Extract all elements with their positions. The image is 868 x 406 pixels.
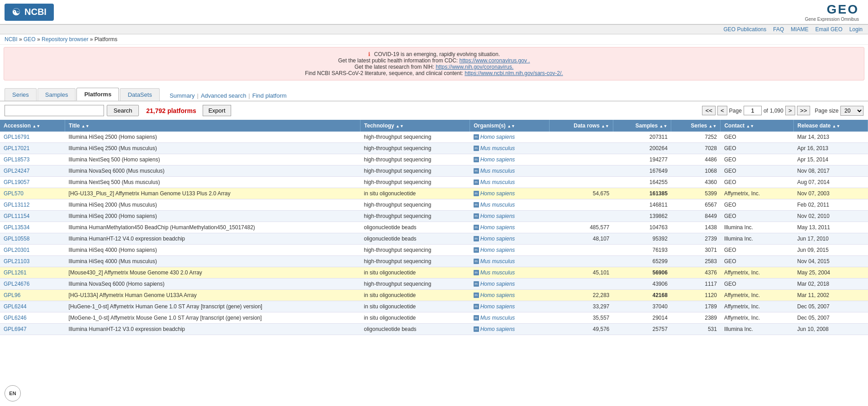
tab-series[interactable]: Series	[5, 88, 37, 101]
tab-link-find-platform[interactable]: Find platform	[252, 92, 287, 99]
accession-link[interactable]: GPL24676	[4, 281, 29, 287]
organism-link[interactable]: Mus musculus	[480, 179, 515, 185]
col-header-series[interactable]: Series ▲▼	[671, 120, 721, 132]
accession-link[interactable]: GPL6244	[4, 303, 27, 310]
cell-accession: GPL17021	[0, 143, 65, 154]
tab-datasets[interactable]: DataSets	[120, 88, 159, 101]
page-input[interactable]	[744, 106, 762, 115]
cell-series: 4486	[671, 154, 721, 165]
cell-series: 1789	[671, 301, 721, 312]
organism-link[interactable]: Homo sapiens	[480, 134, 515, 140]
covid-cdc-link[interactable]: https://www.coronavirus.gov .	[460, 57, 530, 64]
covid-line4-prefix: Find NCBI SARS-CoV-2 literature, sequenc…	[305, 70, 465, 76]
accession-link[interactable]: GPL18573	[4, 156, 29, 163]
accession-link[interactable]: GPL6246	[4, 315, 27, 321]
accession-link[interactable]: GPL13534	[4, 224, 29, 231]
breadcrumb-repository[interactable]: Repository browser	[42, 36, 88, 42]
col-header-contact[interactable]: Contact ▲▼	[721, 120, 794, 132]
nav-faq[interactable]: FAQ	[773, 26, 784, 33]
col-header-samples[interactable]: Samples ▲▼	[613, 120, 671, 132]
cell-organism: m Homo sapiens	[470, 290, 550, 301]
cell-datarows: 35,557	[550, 312, 613, 324]
col-header-technology[interactable]: Technology ▲▼	[360, 120, 470, 132]
accession-link[interactable]: GPL6947	[4, 326, 27, 332]
tab-link-advanced[interactable]: Advanced search	[201, 92, 246, 99]
organism-link[interactable]: Mus musculus	[480, 258, 515, 264]
cell-datarows: 45,101	[550, 267, 613, 279]
organism-link[interactable]: Homo sapiens	[480, 303, 515, 310]
col-header-accession[interactable]: Accession ▲▼	[0, 120, 65, 132]
breadcrumb-geo[interactable]: GEO	[24, 36, 36, 42]
organism-link[interactable]: Homo sapiens	[480, 224, 515, 231]
cell-title: [Mouse430_2] Affymetrix Mouse Genome 430…	[65, 267, 360, 279]
search-input[interactable]	[5, 105, 104, 116]
ncbi-logo[interactable]: ☯ NCBI	[5, 4, 54, 21]
accession-link[interactable]: GPL96	[4, 292, 20, 298]
covid-icon: ℹ	[368, 51, 370, 57]
organism-link[interactable]: Homo sapiens	[480, 247, 515, 253]
covid-banner: ℹ COVID-19 is an emerging, rapidly evolv…	[4, 47, 864, 80]
table-row: GPL24676 Illumina NovaSeq 6000 (Homo sap…	[0, 279, 868, 290]
cell-series: 7028	[671, 143, 721, 154]
accession-link[interactable]: GPL16791	[4, 134, 29, 140]
nav-geo-publications[interactable]: GEO Publications	[724, 26, 767, 33]
organism-icon: m	[474, 293, 479, 298]
organism-link[interactable]: Homo sapiens	[480, 326, 515, 332]
covid-nih-link[interactable]: https://www.nih.gov/coronavirus.	[436, 64, 513, 70]
organism-link[interactable]: Homo sapiens	[480, 156, 515, 163]
tab-samples[interactable]: Samples	[38, 88, 76, 101]
page-prev-button[interactable]: <	[717, 106, 727, 115]
cell-series: 531	[671, 324, 721, 335]
cell-release: Nov 02, 2010	[794, 211, 868, 222]
nav-miame[interactable]: MIAME	[791, 26, 808, 33]
accession-link[interactable]: GPL21103	[4, 258, 29, 264]
cell-contact: GEO	[721, 154, 794, 165]
cell-contact: GEO	[721, 199, 794, 211]
accession-link[interactable]: GPL10558	[4, 236, 29, 242]
accession-link[interactable]: GPL570	[4, 190, 24, 197]
cell-samples: 43906	[613, 279, 671, 290]
organism-icon: m	[474, 225, 479, 230]
organism-link[interactable]: Homo sapiens	[480, 190, 515, 197]
breadcrumb-platforms: Platforms	[95, 36, 118, 42]
cell-title: Illumina HumanHT-12 V4.0 expression bead…	[65, 233, 360, 245]
accession-link[interactable]: GPL17021	[4, 145, 29, 151]
tab-platforms[interactable]: Platforms	[76, 88, 119, 101]
organism-link[interactable]: Mus musculus	[480, 145, 515, 151]
organism-link[interactable]: Homo sapiens	[480, 213, 515, 219]
page-last-button[interactable]: >>	[797, 106, 811, 115]
page-size-select[interactable]: 20 50 100	[840, 106, 863, 116]
col-header-release[interactable]: Release date ▲▼	[794, 120, 868, 132]
covid-line1: COVID-19 is an emerging, rapidly evolvin…	[374, 51, 500, 57]
nav-login[interactable]: Login	[849, 26, 863, 33]
cell-title: Illumina HumanHT-12 V3.0 expression bead…	[65, 324, 360, 335]
organism-link[interactable]: Homo sapiens	[480, 236, 515, 242]
col-header-title[interactable]: Title ▲▼	[65, 120, 360, 132]
accession-link[interactable]: GPL11154	[4, 213, 29, 219]
accession-link[interactable]: GPL13112	[4, 202, 29, 208]
page-first-button[interactable]: <<	[702, 106, 716, 115]
col-header-datarows[interactable]: Data rows ▲▼	[550, 120, 613, 132]
organism-link[interactable]: Mus musculus	[480, 202, 515, 208]
cell-technology: high-throughput sequencing	[360, 245, 470, 256]
cell-accession: GPL20301	[0, 245, 65, 256]
tab-link-summary[interactable]: Summary	[170, 92, 195, 99]
accession-link[interactable]: GPL20301	[4, 247, 29, 253]
search-button[interactable]: Search	[107, 105, 139, 116]
col-header-organism[interactable]: Organism(s) ▲▼	[470, 120, 550, 132]
accession-link[interactable]: GPL19057	[4, 179, 29, 185]
nav-email-geo[interactable]: Email GEO	[816, 26, 843, 33]
accession-link[interactable]: GPL1261	[4, 269, 27, 276]
cell-accession: GPL13112	[0, 199, 65, 211]
export-button[interactable]: Export	[203, 105, 232, 116]
cell-title: [HG-U133A] Affymetrix Human Genome U133A…	[65, 290, 360, 301]
organism-link[interactable]: Mus musculus	[480, 168, 515, 174]
breadcrumb-ncbi[interactable]: NCBI	[5, 36, 18, 42]
organism-link[interactable]: Mus musculus	[480, 315, 515, 321]
organism-link[interactable]: Mus musculus	[480, 269, 515, 276]
accession-link[interactable]: GPL24247	[4, 168, 29, 174]
organism-link[interactable]: Homo sapiens	[480, 292, 515, 298]
covid-sars-link[interactable]: https://www.ncbi.nlm.nih.gov/sars-cov-2/…	[465, 70, 563, 76]
page-next-button[interactable]: >	[785, 106, 795, 115]
organism-link[interactable]: Homo sapiens	[480, 281, 515, 287]
